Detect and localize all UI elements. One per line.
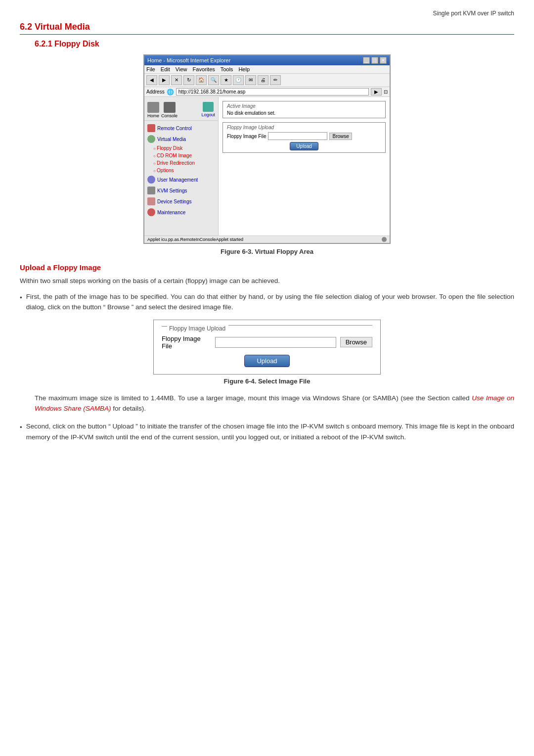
upload-section-heading: Upload a Floppy Image — [20, 263, 514, 272]
search-button[interactable]: 🔍 — [208, 75, 219, 85]
sidebar-item-virtual-media[interactable]: Virtual Media — [144, 134, 218, 144]
refresh-button[interactable]: ↻ — [183, 75, 194, 85]
statusbar-text: Applet icu.pp.as.RemoteInConsoleApplet s… — [147, 237, 243, 242]
console-nav-label: Console — [161, 113, 178, 118]
active-image-title: Active Image — [227, 103, 381, 109]
sidebar-item-user-management-label: User Management — [157, 177, 198, 183]
browser-title: Home - Microsoft Internet Explorer — [147, 57, 230, 63]
browser-titlebar-controls[interactable]: _ □ ✕ — [363, 57, 387, 64]
floppy-file-row: Floppy Image File Browse — [227, 132, 381, 140]
active-image-box: Active Image No disk emulation set. — [222, 101, 386, 118]
section-heading: 6.2 Virtual Media — [20, 22, 514, 35]
upload-button-small[interactable]: Upload — [290, 142, 318, 150]
active-image-text: No disk emulation set. — [227, 110, 381, 116]
address-bar: Address 🌐 ▶ ⊡ — [144, 87, 390, 97]
browse-button-large[interactable]: Browse — [340, 337, 372, 347]
floppy-upload-box: Floppy Image Upload Floppy Image File Br… — [222, 122, 386, 153]
floppy-figure-title-text: Floppy Image Upload — [169, 325, 225, 332]
menu-view[interactable]: View — [176, 66, 187, 72]
sidebar-item-kvm-settings[interactable]: KVM Settings — [144, 185, 218, 196]
sidebar-item-floppy-disk[interactable]: Floppy Disk — [144, 144, 218, 152]
floppy-file-input[interactable] — [268, 132, 327, 140]
figure1-caption: Figure 6-3. Virtual Floppy Area — [20, 248, 514, 255]
note-text-before: The maximum image size is limited to 1.4… — [35, 394, 472, 402]
menu-tools[interactable]: Tools — [221, 66, 233, 72]
address-label: Address — [146, 89, 165, 94]
sidebar-item-device-settings[interactable]: Device Settings — [144, 196, 218, 207]
floppy-figure-title-line — [228, 325, 372, 326]
note-text-after: for details). — [111, 405, 146, 412]
floppy-file-label: Floppy Image File — [227, 134, 266, 139]
console-nav[interactable]: Console — [161, 102, 178, 118]
mail-button[interactable]: ✉ — [245, 75, 256, 85]
address-input[interactable] — [176, 88, 369, 95]
sidebar-item-virtual-media-label: Virtual Media — [157, 137, 186, 142]
browser-menubar: File Edit View Favorites Tools Help — [144, 65, 390, 74]
browse-button-small[interactable]: Browse — [329, 133, 352, 140]
home-nav[interactable]: Home — [147, 102, 159, 118]
browser-nav-icons: Home Console Logout — [144, 100, 218, 121]
floppy-figure-file-input[interactable] — [215, 337, 336, 348]
sidebar-item-drive-redirection-label: Drive Redirection — [157, 160, 195, 166]
logout-icon — [203, 102, 214, 112]
home-nav-label: Home — [147, 113, 159, 118]
floppy-upload-title: Floppy Image Upload — [227, 125, 381, 130]
sidebar-item-device-settings-label: Device Settings — [157, 199, 191, 204]
browser-window: Home - Microsoft Internet Explorer _ □ ✕… — [143, 54, 391, 244]
favorites-button[interactable]: ★ — [221, 75, 231, 85]
go-button[interactable]: ▶ — [371, 88, 382, 95]
minimize-button[interactable]: _ — [363, 57, 370, 64]
floppy-upload-figure: — Floppy Image Upload Floppy Image File … — [153, 320, 381, 375]
menu-help[interactable]: Help — [238, 66, 250, 72]
address-icon: 🌐 — [167, 89, 174, 95]
edit-button[interactable]: ✏ — [270, 75, 281, 85]
browser-statusbar: Applet icu.pp.as.RemoteInConsoleApplet s… — [144, 236, 390, 243]
maintenance-icon — [147, 208, 155, 216]
print-button[interactable]: 🖨 — [258, 75, 268, 85]
remote-control-icon — [147, 124, 155, 132]
bullet-item-2: • Second, click on the button “ Upload ”… — [20, 421, 514, 442]
home-button[interactable]: 🏠 — [196, 75, 207, 85]
sidebar-item-remote-control[interactable]: Remote Control — [144, 123, 218, 134]
note-text-block: The maximum image size is limited to 1.4… — [20, 393, 514, 414]
bullet-text-2: Second, click on the button “ Upload ” t… — [26, 421, 514, 442]
upload-section: Upload a Floppy Image Within two small s… — [20, 263, 514, 313]
browser-toolbar: ◀ ▶ ✕ ↻ 🏠 🔍 ★ 🕐 ✉ 🖨 ✏ — [144, 74, 390, 87]
back-button[interactable]: ◀ — [146, 75, 157, 85]
browser-content: Home Console Logout Remote Control — [144, 97, 390, 236]
note-para: The maximum image size is limited to 1.4… — [35, 393, 514, 414]
menu-edit[interactable]: Edit — [161, 66, 170, 72]
maximize-button[interactable]: □ — [371, 57, 378, 64]
sidebar-item-drive-redirection[interactable]: Drive Redirection — [144, 159, 218, 167]
sidebar-item-maintenance[interactable]: Maintenance — [144, 207, 218, 218]
logout-button[interactable]: Logout — [201, 102, 215, 118]
sidebar-item-maintenance-label: Maintenance — [157, 210, 185, 215]
close-button[interactable]: ✕ — [380, 57, 387, 64]
stop-button[interactable]: ✕ — [171, 75, 182, 85]
floppy-figure-file-row: Floppy Image File Browse — [162, 335, 372, 350]
virtual-media-icon — [147, 135, 155, 143]
sidebar-item-floppy-disk-label: Floppy Disk — [157, 145, 182, 151]
upload-button-large[interactable]: Upload — [244, 355, 289, 367]
menu-favorites[interactable]: Favorites — [193, 66, 215, 72]
bullet-dot-1: • — [20, 292, 22, 313]
upload-large-btn-container: Upload — [162, 355, 372, 367]
figure2-caption: Figure 6-4. Select Image File — [20, 378, 514, 385]
bullet-dot-2: • — [20, 422, 22, 442]
floppy-figure-title-row: — Floppy Image Upload — [162, 325, 372, 332]
menu-file[interactable]: File — [146, 66, 155, 72]
intro-text: Within two small steps working on the ba… — [20, 276, 514, 286]
floppy-figure-title-dash-left: — — [162, 323, 167, 329]
sidebar-item-cdrom[interactable]: CD ROM Image — [144, 152, 218, 159]
sidebar-item-user-management[interactable]: User Management — [144, 174, 218, 185]
home-nav-icon — [147, 102, 159, 113]
forward-button[interactable]: ▶ — [159, 75, 170, 85]
bullet-text-1: First, the path of the image has to be s… — [26, 291, 514, 313]
sidebar-item-options[interactable]: Options — [144, 167, 218, 174]
expand-icon: ⊡ — [384, 89, 388, 94]
browser-main-panel: Active Image No disk emulation set. Flop… — [219, 97, 390, 236]
history-button[interactable]: 🕐 — [233, 75, 244, 85]
browser-sidebar: Home Console Logout Remote Control — [144, 97, 219, 236]
logout-label: Logout — [201, 112, 215, 117]
sidebar-item-kvm-settings-label: KVM Settings — [157, 188, 187, 193]
